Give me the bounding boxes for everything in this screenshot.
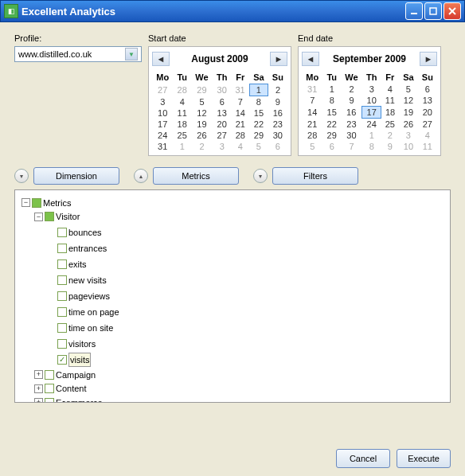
tree-category-label[interactable]: Campaign <box>56 369 96 381</box>
calendar-day[interactable]: 31 <box>231 84 249 96</box>
calendar-day[interactable]: 6 <box>322 141 341 152</box>
calendar-day[interactable]: 14 <box>231 107 249 119</box>
tree-expand-icon[interactable]: + <box>34 370 43 379</box>
calendar-day[interactable]: 23 <box>341 119 362 131</box>
calendar-day[interactable]: 3 <box>152 96 173 108</box>
calendar-day[interactable]: 8 <box>322 95 341 107</box>
tree-item-label[interactable]: exits <box>68 258 87 271</box>
tree-category-label[interactable]: Content <box>56 382 87 395</box>
calendar-day[interactable]: 17 <box>362 107 381 119</box>
next-month-button[interactable]: ► <box>420 52 437 66</box>
calendar-day[interactable]: 30 <box>268 130 287 141</box>
calendar-day[interactable]: 20 <box>418 107 437 119</box>
tree-item-label[interactable]: time on page <box>68 306 119 318</box>
calendar-day[interactable]: 20 <box>213 119 232 130</box>
calendar-day[interactable]: 25 <box>173 130 191 141</box>
calendar-day[interactable]: 6 <box>268 141 287 152</box>
calendar-day[interactable]: 27 <box>152 84 173 96</box>
tree-checkbox[interactable] <box>57 244 67 253</box>
tree-item-label[interactable]: pageviews <box>68 290 110 302</box>
calendar-day[interactable]: 6 <box>213 96 232 108</box>
tree-checkbox[interactable] <box>57 228 67 237</box>
tree-checkbox[interactable] <box>45 398 54 404</box>
calendar-day[interactable]: 27 <box>418 119 437 131</box>
calendar-day[interactable]: 4 <box>173 96 191 108</box>
dimension-button[interactable]: Dimension <box>33 167 119 185</box>
calendar-day[interactable]: 2 <box>268 84 287 96</box>
calendar-day[interactable]: 1 <box>173 141 191 152</box>
calendar-day[interactable]: 3 <box>399 130 418 141</box>
calendar-day[interactable]: 14 <box>302 107 322 119</box>
calendar-day[interactable]: 4 <box>231 141 249 152</box>
calendar-day[interactable]: 22 <box>322 119 341 131</box>
tree-expand-icon[interactable]: + <box>34 384 43 393</box>
calendar-day[interactable]: 26 <box>191 130 213 141</box>
tree-checkbox[interactable] <box>57 355 67 365</box>
profile-select[interactable]: www.distilled.co.uk ▼ <box>14 46 142 62</box>
calendar-day[interactable]: 7 <box>341 141 362 152</box>
calendar-day[interactable]: 5 <box>399 84 418 95</box>
tree-item-label[interactable]: time on site <box>68 322 113 334</box>
calendar-day[interactable]: 30 <box>213 84 232 96</box>
calendar-day[interactable]: 8 <box>249 96 268 108</box>
calendar-day[interactable]: 9 <box>268 96 287 108</box>
calendar-day[interactable]: 29 <box>191 84 213 96</box>
calendar-day[interactable]: 27 <box>213 130 232 141</box>
calendar-day[interactable]: 17 <box>152 119 173 130</box>
calendar-day[interactable]: 11 <box>173 107 191 119</box>
calendar-day[interactable]: 8 <box>362 141 381 152</box>
calendar-day[interactable]: 28 <box>302 130 322 141</box>
calendar-day[interactable]: 31 <box>302 84 322 95</box>
calendar-day[interactable]: 2 <box>381 130 399 141</box>
calendar-day[interactable]: 2 <box>341 84 362 95</box>
prev-month-button[interactable]: ◄ <box>152 52 170 66</box>
tree-checkbox[interactable] <box>32 198 41 208</box>
tree-checkbox[interactable] <box>45 370 54 380</box>
calendar-day[interactable]: 25 <box>381 119 399 131</box>
calendar-day[interactable]: 13 <box>418 95 437 107</box>
metrics-collapse-icon[interactable]: ▴ <box>134 169 148 183</box>
calendar-day[interactable]: 19 <box>191 119 213 130</box>
tree-item-label[interactable]: bounces <box>68 226 102 239</box>
calendar-day[interactable]: 18 <box>173 119 191 130</box>
calendar-day[interactable]: 28 <box>231 130 249 141</box>
tree-collapse-icon[interactable]: − <box>34 213 43 221</box>
tree-checkbox[interactable] <box>57 291 67 301</box>
tree-checkbox[interactable] <box>57 339 67 349</box>
tree-checkbox[interactable] <box>57 275 67 285</box>
calendar-day[interactable]: 9 <box>341 95 362 107</box>
calendar-day[interactable]: 10 <box>399 141 418 152</box>
tree-item-label[interactable]: visitors <box>68 337 96 350</box>
calendar-day[interactable]: 3 <box>213 141 232 152</box>
calendar-day[interactable]: 24 <box>362 119 381 131</box>
tree-item-label[interactable]: new visits <box>68 274 107 287</box>
calendar-day[interactable]: 1 <box>322 84 341 95</box>
calendar-day[interactable]: 19 <box>399 107 418 119</box>
calendar-day[interactable]: 18 <box>381 107 399 119</box>
calendar-day[interactable]: 31 <box>152 141 173 152</box>
tree-checkbox[interactable] <box>45 384 54 393</box>
tree-category-label[interactable]: Ecommerce <box>56 396 103 404</box>
calendar-day[interactable]: 9 <box>381 141 399 152</box>
execute-button[interactable]: Execute <box>397 449 451 468</box>
calendar-day[interactable]: 7 <box>302 95 322 107</box>
calendar-day[interactable]: 29 <box>322 130 341 141</box>
calendar-day[interactable]: 21 <box>302 119 322 131</box>
calendar-day[interactable]: 5 <box>302 141 322 152</box>
metrics-button[interactable]: Metrics <box>153 167 239 185</box>
cancel-button[interactable]: Cancel <box>336 449 390 468</box>
tree-item-label[interactable]: visits <box>68 353 91 367</box>
calendar-day[interactable]: 4 <box>381 84 399 95</box>
calendar-day[interactable]: 2 <box>191 141 213 152</box>
calendar-day[interactable]: 1 <box>362 130 381 141</box>
calendar-day[interactable]: 3 <box>362 84 381 95</box>
calendar-day[interactable]: 1 <box>249 84 268 96</box>
maximize-button[interactable] <box>424 2 442 20</box>
tree-checkbox[interactable] <box>57 307 67 317</box>
tree-item-label[interactable]: entrances <box>68 242 107 255</box>
calendar-day[interactable]: 6 <box>418 84 437 95</box>
calendar-day[interactable]: 22 <box>249 119 268 130</box>
tree-checkbox[interactable] <box>45 212 54 221</box>
dimension-expand-icon[interactable]: ▾ <box>14 169 29 183</box>
calendar-day[interactable]: 5 <box>249 141 268 152</box>
